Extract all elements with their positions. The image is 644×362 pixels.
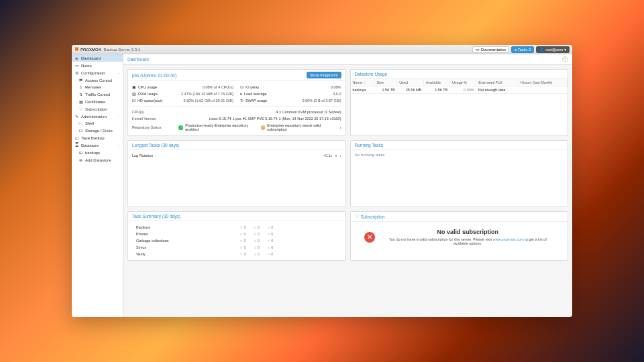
- nav-label: Dashboard: [81, 56, 101, 60]
- topbar: ✖ PROXMOX Backup Server 2.3-1 ▭Documenta…: [72, 45, 572, 54]
- panel-title: Datastore Usage: [355, 72, 388, 76]
- chevron-right-icon[interactable]: ›: [340, 154, 341, 158]
- sidebar-item-datastore[interactable]: ≣Datastore−: [72, 141, 123, 149]
- info-key: Kernel Version: [132, 117, 179, 121]
- sidebar-item-backups[interactable]: ⊞backups: [72, 149, 123, 156]
- datastore-table: Name ↑SizeUsedAvailableUsage %Estimated …: [351, 79, 568, 94]
- product-subtitle: Backup Server 2.3-1: [104, 48, 141, 52]
- tasks-button[interactable]: ≡Tasks 0: [511, 46, 534, 53]
- nav-icon: >_: [78, 121, 83, 125]
- subscription-text: You do not have a valid subscription for…: [382, 237, 555, 245]
- stat-label: CPU usage: [138, 85, 157, 89]
- longest-tasks-panel: Longest Tasks (30 days) Log Rotation <0.…: [127, 140, 346, 207]
- breadcrumb: Dashboard ?: [123, 54, 572, 65]
- stat-value: 0.08% of 4 CPU(s): [203, 85, 233, 89]
- nav-label: Administration: [81, 115, 107, 119]
- nav-icon: ⇄: [78, 78, 83, 82]
- stat-icon: ↻: [240, 99, 244, 103]
- column-header[interactable]: Name ↑: [351, 79, 374, 86]
- subscription-panel: ♡Subscription ✕ No valid subscription Yo…: [350, 211, 569, 261]
- sidebar-item-remotes[interactable]: ≡Remotes: [72, 84, 123, 90]
- table-row[interactable]: backups 1.56 TB 25.56 MB 1.56 TB 0.00% N…: [351, 86, 568, 94]
- heart-icon: ♡: [355, 214, 359, 219]
- sidebar-item-administration[interactable]: ✎Administration−: [72, 113, 123, 120]
- column-header[interactable]: Estimated Full: [476, 79, 519, 86]
- chevron-right-icon[interactable]: ›: [340, 125, 341, 129]
- nav-icon: ◈: [74, 56, 79, 60]
- nav-label: Tape Backup: [81, 136, 105, 140]
- sidebar-item-notes[interactable]: ▭Notes: [72, 62, 123, 69]
- nav-label: Remotes: [85, 85, 101, 89]
- stat-icon: ▣: [132, 85, 136, 89]
- check-icon: ●: [335, 154, 337, 158]
- panel-title: Running Tasks: [355, 143, 384, 147]
- chevron-down-icon: ▾: [564, 48, 566, 52]
- circle-icon: ○: [254, 252, 256, 256]
- nav-label: Certificates: [85, 100, 105, 104]
- stat-value: 2.47% (196.13 MiB of 7.76 GiB): [181, 92, 233, 96]
- column-header[interactable]: Size: [374, 79, 397, 86]
- panel-title: Subscription: [361, 215, 385, 219]
- error-icon: ✕: [364, 232, 375, 243]
- nav-label: Storage / Disks: [85, 129, 113, 133]
- circle-icon: ○: [240, 225, 242, 229]
- help-button[interactable]: ?: [562, 56, 568, 62]
- nav-label: Subscription: [85, 107, 107, 111]
- sidebar-item-configuration[interactable]: ⚙Configuration−: [72, 69, 123, 76]
- subscription-heading: No valid subscription: [382, 229, 555, 235]
- circle-icon: ○: [240, 252, 242, 256]
- page-title: Dashboard: [127, 57, 149, 62]
- circle-icon: ○: [268, 252, 270, 256]
- sidebar-item-traffic-control[interactable]: ⇅Traffic Control: [72, 90, 123, 98]
- warning-icon: !: [261, 125, 266, 130]
- proxmox-link[interactable]: www.proxmox.com: [492, 237, 523, 241]
- show-fingerprint-button[interactable]: Show Fingerprint: [307, 72, 341, 78]
- proxmox-icon: ✖: [74, 46, 79, 52]
- column-header[interactable]: Usage %: [449, 79, 476, 86]
- collapse-icon[interactable]: −: [118, 71, 120, 75]
- info-key: Repository Status: [132, 125, 176, 129]
- sidebar-item-add-datastore[interactable]: ⊕Add Datastore: [72, 156, 123, 164]
- nav-icon: ▦: [78, 99, 83, 104]
- stat-icon: ≡: [240, 92, 242, 96]
- stat-icon: ▥: [132, 92, 136, 96]
- documentation-button[interactable]: ▭Documentation: [472, 46, 509, 53]
- sidebar-item-certificates[interactable]: ▦Certificates: [72, 98, 123, 105]
- collapse-icon[interactable]: −: [118, 143, 120, 147]
- sidebar-item-shell[interactable]: >_Shell: [72, 120, 123, 127]
- host-status-panel: pbs (Uptime: 01:00:40) Show Fingerprint …: [127, 69, 346, 136]
- nav-icon: ⊞: [78, 150, 83, 155]
- circle-icon: ○: [254, 239, 256, 243]
- nav-icon: ✎: [74, 114, 79, 119]
- column-header[interactable]: History (last Month): [518, 79, 567, 86]
- sidebar-item-subscription[interactable]: ♡Subscription: [72, 105, 123, 113]
- summary-row: Prunes○ 0○ 0○ 0: [132, 231, 341, 237]
- sidebar-item-tape-backup[interactable]: ◫Tape Backup: [72, 134, 123, 141]
- nav-label: Add Datastore: [85, 158, 111, 162]
- running-tasks-panel: Running Tasks No running tasks: [350, 140, 569, 207]
- logo: ✖ PROXMOX: [74, 46, 101, 52]
- nav-label: Traffic Control: [85, 93, 110, 97]
- sidebar: ◈Dashboard▭Notes⚙Configuration−⇄Access C…: [72, 54, 123, 317]
- nav-label: backups: [85, 151, 100, 155]
- stat-icon: ◷: [240, 85, 244, 89]
- stat-label: Load average: [244, 92, 267, 96]
- collapse-icon[interactable]: −: [118, 115, 120, 119]
- task-row[interactable]: Log Rotation <0.1s ● ›: [132, 153, 341, 158]
- sidebar-item-dashboard[interactable]: ◈Dashboard: [72, 54, 123, 62]
- column-header[interactable]: Available: [423, 79, 449, 86]
- stat-value: 0.08%: [331, 85, 341, 89]
- datastore-usage-panel: Datastore Usage Name ↑SizeUsedAvailableU…: [350, 69, 569, 136]
- info-value: 4 x Common KVM processor (1 Socket): [179, 110, 341, 114]
- user-icon: 👤: [539, 48, 544, 52]
- host-title: pbs (Uptime: 01:00:40): [132, 73, 176, 78]
- circle-icon: ○: [240, 232, 242, 236]
- sidebar-item-storage-disks[interactable]: ⊟Storage / Disks: [72, 127, 123, 134]
- sidebar-item-access-control[interactable]: ⇄Access Control: [72, 76, 123, 84]
- content: Dashboard ? pbs (Uptime: 01:00:40) Show …: [123, 54, 572, 317]
- circle-icon: ○: [268, 225, 270, 229]
- circle-icon: ○: [254, 225, 256, 229]
- user-menu[interactable]: 👤root@pam ▾: [536, 46, 570, 53]
- stat-label: HD space(root): [138, 99, 162, 103]
- column-header[interactable]: Used: [397, 79, 424, 86]
